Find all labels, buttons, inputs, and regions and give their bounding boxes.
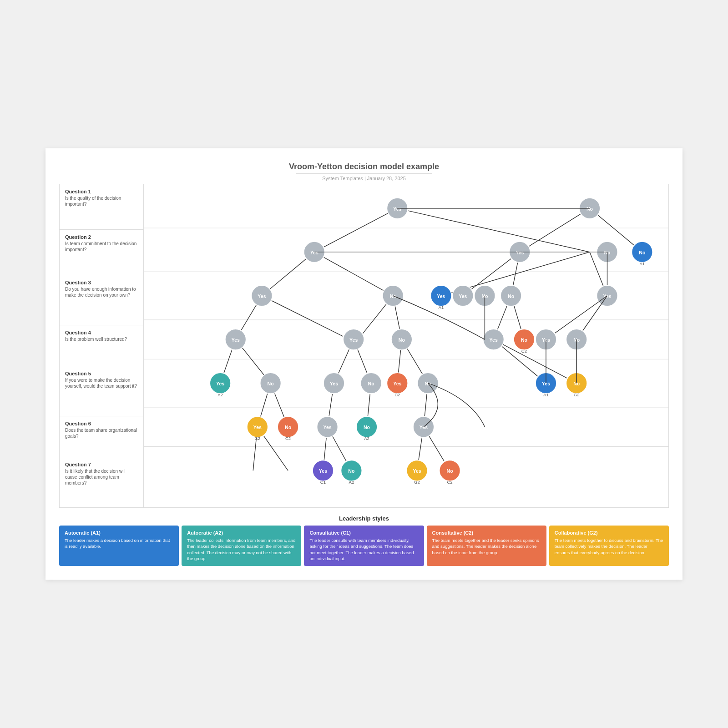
tree-svg: Yes No Yes Yes No No A1 Yes — [144, 184, 668, 499]
question-title-q2: Question 2 — [65, 234, 138, 240]
question-text-q1: Is the quality of the decision important… — [65, 195, 138, 207]
svg-text:Yes: Yes — [216, 381, 224, 386]
svg-line-7 — [397, 208, 590, 252]
svg-text:Yes: Yes — [420, 425, 428, 430]
legend-item-text-C1: The leader consults with team members in… — [309, 537, 418, 561]
svg-text:Yes: Yes — [490, 337, 498, 343]
svg-text:C2: C2 — [447, 480, 452, 485]
question-row-q5: Question 5 If you were to make the decis… — [60, 366, 143, 416]
question-title-q3: Question 3 — [65, 280, 138, 285]
svg-text:Yes: Yes — [349, 337, 358, 343]
svg-text:Yes: Yes — [330, 381, 338, 386]
svg-text:G2: G2 — [574, 392, 580, 397]
legend-item-title-C1: Consultative (C1) — [309, 530, 418, 536]
svg-text:A2: A2 — [364, 436, 369, 441]
question-row-q3: Question 3 Do you have enough informatio… — [60, 275, 143, 325]
svg-text:C1: C1 — [320, 480, 326, 485]
question-text-q7: Is it likely that the decision will caus… — [65, 468, 138, 486]
svg-text:No: No — [639, 250, 646, 255]
question-row-q2: Question 2 Is team commitment to the dec… — [60, 230, 143, 275]
svg-text:Yes: Yes — [437, 293, 445, 299]
question-title-q1: Question 1 — [65, 189, 138, 194]
svg-text:Yes: Yes — [393, 381, 401, 386]
question-text-q6: Does the team share organizational goals… — [65, 427, 138, 439]
svg-line-40 — [494, 339, 577, 383]
title-divider — [296, 173, 432, 174]
legend-item-A1: Autocratic (A1) The leader makes a decis… — [59, 526, 179, 566]
legend-item-text-A1: The leader makes a decision based on inf… — [65, 537, 173, 550]
svg-text:Yes: Yes — [459, 293, 467, 299]
svg-text:No: No — [285, 425, 292, 430]
legend-item-text-A2: The leader collects information from tea… — [187, 537, 296, 561]
tree-area: Yes No Yes Yes No No A1 Yes — [144, 184, 668, 507]
svg-text:C2: C2 — [521, 349, 527, 354]
legend-item-text-C2: The team meets together and the leader s… — [432, 537, 541, 556]
legend-area: Leadership styles Autocratic (A1) The le… — [59, 515, 669, 566]
legend-item-text-G2: The team meets together to discuss and b… — [555, 537, 663, 556]
svg-text:G2: G2 — [414, 480, 420, 485]
legend-item-title-G2: Collaborative (G2) — [555, 530, 663, 536]
subtitle: System Templates | January 28, 2025 — [59, 176, 669, 181]
legend-item-A2: Autocratic (A2) The leader collects info… — [182, 526, 301, 566]
question-row-q7: Question 7 Is it likely that the decisio… — [60, 457, 143, 507]
svg-text:Yes: Yes — [258, 293, 266, 299]
svg-text:No: No — [268, 381, 274, 386]
svg-text:No: No — [399, 337, 405, 343]
question-title-q7: Question 7 — [65, 462, 138, 467]
svg-text:Yes: Yes — [393, 206, 401, 212]
svg-text:No: No — [447, 468, 454, 474]
question-text-q4: Is the problem well structured? — [65, 336, 138, 342]
svg-text:No: No — [521, 337, 528, 343]
svg-line-6 — [314, 208, 398, 252]
svg-text:Yes: Yes — [413, 468, 421, 474]
legend-boxes: Autocratic (A1) The leader makes a decis… — [59, 526, 669, 566]
question-row-q4: Question 4 Is the problem well structure… — [60, 325, 143, 366]
svg-text:A1: A1 — [543, 392, 549, 397]
svg-text:A2: A2 — [349, 480, 354, 485]
svg-line-9 — [314, 252, 393, 296]
svg-text:No: No — [364, 425, 370, 430]
question-row-q6: Question 6 Does the team share organizat… — [60, 416, 143, 457]
svg-text:Yes: Yes — [232, 337, 240, 343]
svg-text:Yes: Yes — [310, 250, 318, 255]
svg-text:No: No — [586, 206, 593, 212]
svg-text:No: No — [348, 468, 355, 474]
svg-text:A1: A1 — [639, 261, 645, 266]
legend-item-title-A2: Autocratic (A2) — [187, 530, 296, 536]
svg-text:No: No — [508, 293, 515, 299]
svg-text:C2: C2 — [285, 436, 291, 441]
question-text-q2: Is team commitment to the decision impor… — [65, 241, 138, 253]
svg-line-13 — [262, 296, 349, 339]
question-row-q1: Question 1 Is the quality of the decisio… — [60, 184, 143, 230]
question-text-q3: Do you have enough information to make t… — [65, 286, 138, 298]
svg-text:C2: C2 — [394, 392, 400, 397]
legend-item-G2: Collaborative (G2) The team meets togeth… — [549, 526, 669, 566]
main-title: Vroom-Yetton decision model example — [59, 162, 669, 172]
svg-text:A1: A1 — [438, 305, 444, 310]
svg-text:No: No — [368, 381, 375, 386]
question-title-q6: Question 6 — [65, 421, 138, 426]
page-container: Vroom-Yetton decision model example Syst… — [46, 148, 682, 580]
svg-line-33 — [520, 208, 590, 252]
svg-text:A2: A2 — [217, 392, 223, 397]
legend-title: Leadership styles — [59, 515, 669, 522]
questions-column: Question 1 Is the quality of the decisio… — [60, 184, 144, 507]
legend-item-C1: Consultative (C1) The leader consults wi… — [304, 526, 424, 566]
legend-item-title-C2: Consultative (C2) — [432, 530, 541, 536]
legend-item-C2: Consultative (C2) The team meets togethe… — [427, 526, 546, 566]
svg-text:Yes: Yes — [516, 250, 524, 255]
svg-text:Yes: Yes — [253, 425, 262, 430]
svg-text:G2: G2 — [254, 436, 260, 441]
question-title-q4: Question 4 — [65, 330, 138, 335]
legend-item-title-A1: Autocratic (A1) — [65, 530, 173, 536]
svg-text:Yes: Yes — [319, 468, 327, 474]
question-title-q5: Question 5 — [65, 371, 138, 376]
svg-text:Yes: Yes — [323, 425, 331, 430]
title-area: Vroom-Yetton decision model example Syst… — [59, 162, 669, 181]
diagram-area: Question 1 Is the quality of the decisio… — [59, 184, 669, 508]
question-text-q5: If you were to make the decision yoursel… — [65, 377, 138, 389]
